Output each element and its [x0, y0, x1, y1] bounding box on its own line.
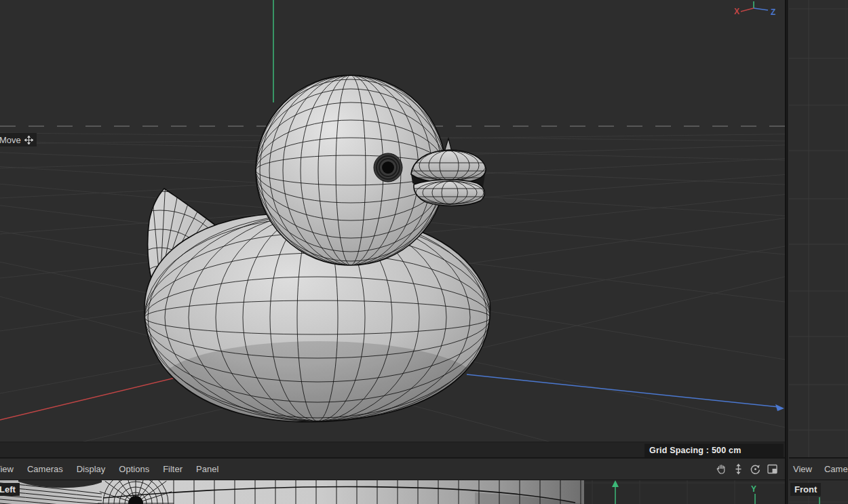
perspective-viewport[interactable]: Move X Z Grid Spacing : 500 cm: [0, 0, 785, 458]
left-view-duck-closeup: Y: [0, 480, 785, 504]
left-axis-gizmo-y-label: Y: [751, 484, 756, 494]
menu-panel[interactable]: Panel: [196, 464, 218, 474]
menu-cameras[interactable]: Cameras: [27, 464, 63, 474]
move-tool-tooltip: Move: [0, 133, 37, 147]
vertical-splitter[interactable]: [785, 0, 789, 504]
menu-display[interactable]: Display: [77, 464, 106, 474]
move-tool-label: Move: [0, 135, 21, 145]
axis-gizmo: X Z: [732, 1, 779, 19]
rotate-icon[interactable]: [747, 463, 764, 476]
menu-view[interactable]: View: [0, 464, 14, 474]
front-viewport-label: Front: [790, 483, 821, 496]
viewport-divider: [0, 457, 848, 459]
front-viewport-menu-bar: View Cameras: [789, 459, 848, 480]
pan-hand-icon[interactable]: [713, 463, 730, 476]
viewport-menu-bar: View Cameras Display Options Filter Pane…: [0, 459, 785, 480]
rubber-duck-model[interactable]: [66, 75, 490, 425]
front-viewport[interactable]: Front: [789, 480, 848, 504]
menu-divider: [0, 480, 848, 480]
front-menu-view[interactable]: View: [793, 464, 812, 474]
axis-z-label: Z: [771, 7, 775, 17]
left-viewport-label: Left: [0, 483, 20, 496]
left-viewport[interactable]: Y Left: [0, 480, 785, 504]
move-icon: [24, 136, 33, 144]
side-viewport-grid: [789, 0, 848, 458]
viewport-status-bar: Grid Spacing : 500 cm: [0, 442, 785, 458]
menu-filter[interactable]: Filter: [163, 464, 182, 474]
menu-options[interactable]: Options: [119, 464, 149, 474]
duck-model-scene[interactable]: [0, 0, 785, 458]
front-menu-cameras[interactable]: Cameras: [824, 464, 848, 474]
dolly-icon[interactable]: [730, 463, 747, 476]
side-viewport-partial[interactable]: [789, 0, 848, 458]
axis-x-label: X: [734, 7, 739, 16]
toggle-viewport-icon[interactable]: [764, 463, 781, 476]
application-window: Move X Z Grid Spacing : 500 cm: [0, 0, 848, 504]
grid-spacing-readout: Grid Spacing : 500 cm: [644, 444, 784, 457]
